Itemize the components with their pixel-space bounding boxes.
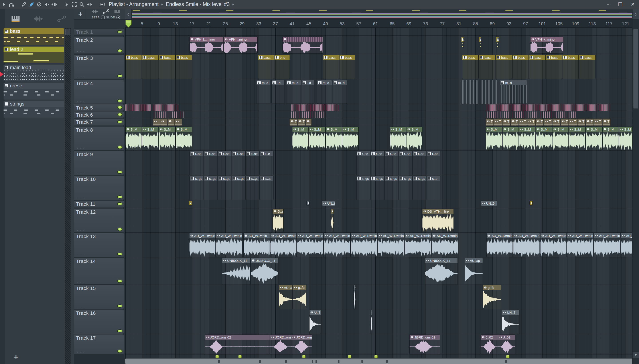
- track-mute-led[interactable]: [117, 228, 123, 231]
- clip-r-se[interactable]: r..se: [218, 151, 231, 175]
- pattern-item-reese[interactable]: reese: [4, 83, 64, 100]
- clip-au-a[interactable]: AU..a: [279, 285, 293, 309]
- clip-bass[interactable]: bass: [339, 55, 355, 79]
- clip-au-w-d#min[interactable]: AU_W..D#min: [540, 233, 567, 257]
- clip-t[interactable]: T: [289, 118, 297, 126]
- clip-uniso-x-11[interactable]: UNISO..X_11: [425, 258, 458, 284]
- track-mute-led[interactable]: [117, 170, 123, 174]
- clip-s-m[interactable]: S..M: [502, 126, 519, 150]
- clip-bass[interactable]: bass: [258, 55, 274, 79]
- arrangement-marker[interactable]: [506, 355, 509, 358]
- clip[interactable]: [291, 104, 314, 111]
- clip-au-w-d#min[interactable]: AU_W..D#min: [324, 233, 350, 257]
- add-track-button[interactable]: +: [74, 9, 87, 19]
- clip-au-w-d#min[interactable]: AU_W..D#min: [405, 233, 431, 257]
- track-header-track-14[interactable]: Track 14. . .: [74, 258, 124, 284]
- clip-uniso-x-11[interactable]: UNISO..X_11: [250, 258, 279, 284]
- clip-s-gs[interactable]: s..gs: [232, 176, 245, 200]
- clip-au-w-d#min[interactable]: AU_W..D#min: [486, 233, 513, 257]
- clip-vfh-minor[interactable]: VFH_..minor: [224, 36, 258, 54]
- clip[interactable]: [331, 208, 334, 232]
- clip[interactable]: [496, 36, 499, 48]
- clip-bass[interactable]: bass: [159, 55, 175, 79]
- scroll-right-button[interactable]: ›: [632, 9, 639, 19]
- clip-vfh-k-minor[interactable]: VFH_k..minor: [189, 36, 223, 54]
- arrangement-marker[interactable]: [374, 355, 378, 358]
- clip-r-se[interactable]: r..se: [385, 151, 398, 175]
- clip-bass[interactable]: bass: [125, 55, 142, 79]
- clip-t[interactable]: T: [569, 118, 577, 126]
- clip-r-se[interactable]: r..se: [204, 151, 217, 175]
- track-options[interactable]: . . .: [77, 349, 85, 354]
- track-options[interactable]: . . .: [77, 48, 85, 53]
- clip-t[interactable]: T: [585, 118, 594, 126]
- track-mute-led[interactable]: [117, 350, 123, 353]
- clip-j-rd-ons-02[interactable]: JØRD..ons 02: [205, 334, 270, 354]
- clip-bass[interactable]: bass: [175, 55, 192, 79]
- clip-au-w-d#min[interactable]: AU_W..D#min: [594, 233, 620, 257]
- clip-t[interactable]: T: [602, 118, 610, 126]
- clip-un-6[interactable]: UN..6: [322, 200, 335, 206]
- clip-t[interactable]: T: [511, 118, 519, 126]
- clip-j-rd-ons-02[interactable]: JØRD..ons 02: [270, 334, 291, 354]
- draw-icon[interactable]: [21, 0, 28, 9]
- track-header-track-9[interactable]: Track 9. . .: [74, 151, 124, 175]
- timeline-ruler[interactable]: 5913172125293337414549535761656973778185…: [125, 20, 632, 28]
- clip-t[interactable]: T: [536, 118, 544, 126]
- arrangement-marker[interactable]: [348, 355, 351, 358]
- clip-s-m[interactable]: S..M: [602, 126, 619, 150]
- clip[interactable]: [371, 310, 372, 334]
- clip-au-w-#min[interactable]: AU_W..#min: [243, 233, 270, 257]
- clip-s-gs[interactable]: s..gs: [385, 176, 398, 200]
- clip[interactable]: [168, 118, 175, 126]
- clip-s-gs[interactable]: s..gs: [399, 176, 412, 200]
- track-mute-led[interactable]: [117, 120, 123, 124]
- track-header-track-10[interactable]: Track 10. . .: [74, 176, 124, 200]
- track-header-track-17[interactable]: Track 17. . .: [74, 334, 124, 354]
- clip-j-rd-ons-02[interactable]: JØRD..ons 02: [409, 334, 440, 354]
- clip-s-m[interactable]: S..M: [309, 126, 325, 150]
- clip-uniso-x-11[interactable]: UNISO..X_11: [222, 258, 250, 284]
- clip-s-m[interactable]: S..M: [159, 126, 175, 150]
- track-options[interactable]: . . .: [77, 74, 85, 78]
- clip[interactable]: [153, 118, 160, 126]
- track-options[interactable]: . . .: [77, 170, 85, 174]
- clip-s-gs[interactable]: s..gs: [356, 176, 370, 200]
- clip-au-w-d#min[interactable]: AU_W..D#min: [351, 233, 377, 257]
- track-mute-led[interactable]: [117, 146, 123, 149]
- track-header-track-6[interactable]: Track 6: [74, 111, 124, 118]
- clip-au-w-d#min[interactable]: AU_W..D#min: [432, 233, 458, 257]
- clip-bass[interactable]: bass: [323, 55, 339, 79]
- clip-t[interactable]: T: [502, 118, 511, 126]
- clip-s-gs[interactable]: s..gs: [413, 176, 426, 200]
- clip-s-m[interactable]: S..M: [326, 126, 342, 150]
- track-mute-led[interactable]: [117, 74, 123, 78]
- clip-r-se[interactable]: r..se: [427, 151, 440, 175]
- clip-au-w-d#min[interactable]: AU_W..D#min: [189, 233, 216, 257]
- clip-s-m[interactable]: S..M: [342, 126, 359, 150]
- clip-au-w-d#min[interactable]: AU_W..D#min: [513, 233, 540, 257]
- clip[interactable]: [175, 118, 182, 126]
- track-header-track-4[interactable]: Track 4. . .: [74, 80, 124, 104]
- clip-s-m[interactable]: S..M: [175, 126, 192, 150]
- clip[interactable]: [154, 112, 184, 118]
- clip[interactable]: [486, 104, 610, 111]
- clip-bass[interactable]: bass: [462, 55, 479, 79]
- clip-t[interactable]: T: [561, 118, 569, 126]
- clip-bass[interactable]: bass: [142, 55, 158, 79]
- track-mute-led[interactable]: [117, 252, 123, 256]
- mute-icon[interactable]: [43, 0, 51, 9]
- clip-s-s[interactable]: s..s: [260, 176, 273, 200]
- page-title[interactable]: Endless Smile - Mix level #3: [166, 1, 230, 7]
- clip-bass[interactable]: bass: [562, 55, 579, 79]
- patterns-tab[interactable]: [11, 15, 20, 22]
- clip[interactable]: [125, 104, 151, 111]
- close-button[interactable]: ✕: [626, 0, 639, 9]
- track-options[interactable]: . . .: [77, 145, 85, 150]
- track-mute-led[interactable]: [117, 280, 123, 283]
- clip-m-d[interactable]: m..d: [500, 80, 527, 104]
- pattern-scroll-thumb[interactable]: [66, 29, 70, 35]
- horizontal-scrollbar[interactable]: [125, 358, 632, 364]
- audio-tab[interactable]: [34, 16, 44, 22]
- clip-bass[interactable]: bass: [546, 55, 562, 79]
